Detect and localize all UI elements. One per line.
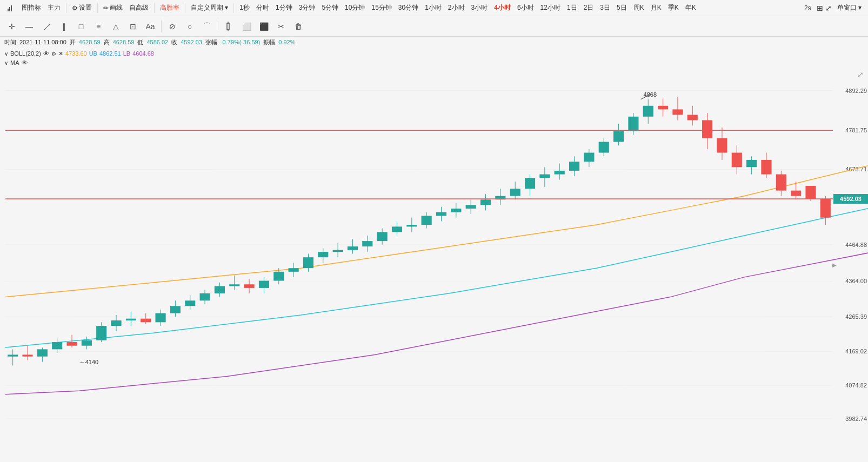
line-tool[interactable]: — [22, 19, 37, 34]
ma-info-bar: ∨ MA 👁 [0, 59, 868, 67]
drawing-toolbar: ✛ — — ∥ □ ≡ △ ⊡ Aa ⊘ ○ ⌒ ⬜ ⬛ ✂ 🗑 [0, 16, 868, 37]
period-fen[interactable]: 分时 [253, 2, 272, 14]
crosshair-tool[interactable]: ✛ [4, 19, 19, 34]
period-1h[interactable]: 1小时 [422, 2, 445, 14]
boll-ub-label: UB [89, 50, 97, 57]
expand-chart-btn[interactable]: ⤢ [855, 69, 866, 80]
period-qk[interactable]: 季K [665, 2, 682, 14]
erase-tool[interactable]: ⊘ [165, 19, 180, 34]
main-toolbar: 图指标 主力 ⚙ 设置 ✏ 画线 自高级 高胜率 自定义周期 ▾ 1秒 分时 1… [0, 0, 868, 16]
sep3 [154, 3, 155, 13]
boll-mid-value: 4733.60 [65, 50, 87, 57]
time-value: 2021-11-11 08:00 [19, 39, 66, 45]
rectangle-tool[interactable]: □ [74, 19, 89, 34]
close-icon-boll[interactable]: ✕ [58, 50, 63, 57]
low-value: 4586.02 [146, 39, 168, 45]
period-4h[interactable]: 4小时 [491, 2, 514, 14]
ma-collapse-icon[interactable]: ∨ [4, 60, 8, 66]
gear-icon: ⚙ [72, 4, 78, 12]
scissors-tool[interactable]: ✂ [273, 19, 289, 34]
circle-tool[interactable]: ○ [182, 19, 197, 34]
expand-icon[interactable]: ⤢ [825, 4, 832, 12]
grid-icon[interactable]: ⊞ [817, 4, 823, 12]
time-label: 时间 [4, 38, 16, 46]
period-yk[interactable]: 年K [682, 2, 699, 14]
boll-label: BOLL(20,2) [10, 50, 41, 57]
indicator-btn[interactable] [3, 1, 18, 16]
chart-info-bar: 时间 2021-11-11 08:00 开 4628.59 高 4628.59 … [0, 37, 868, 48]
period-3h[interactable]: 3小时 [468, 2, 491, 14]
settings-btn[interactable]: ⚙ 设置 [69, 2, 95, 14]
boll-ub-value: 4862.51 [99, 50, 121, 57]
period-6h[interactable]: 6小时 [514, 2, 537, 14]
period-2h[interactable]: 2小时 [445, 2, 468, 14]
advanced-btn[interactable]: 自高级 [126, 2, 152, 14]
period-1m[interactable]: 1分钟 [272, 2, 296, 14]
empty-rect-tool[interactable]: ⬜ [239, 19, 254, 34]
period-3d[interactable]: 3日 [597, 2, 613, 14]
period-2d[interactable]: 2日 [580, 2, 597, 14]
trash-tool[interactable]: 🗑 [291, 19, 306, 34]
change-value: -0.79%(-36.59) [221, 39, 260, 45]
period-wk[interactable]: 周K [630, 2, 647, 14]
boll-info-bar: ∨ BOLL(20,2) 👁 ⚙ ✕ 4733.60 UB 4862.51 LB… [0, 48, 868, 59]
period-3m[interactable]: 3分钟 [296, 2, 319, 14]
open-label: 开 [70, 38, 76, 46]
chart-container: 时间 2021-11-11 08:00 开 4628.59 高 4628.59 … [0, 37, 868, 462]
custom-period-btn[interactable]: 自定义周期 ▾ [188, 2, 231, 14]
main-label[interactable]: 主力 [44, 2, 64, 14]
diagonal-tool[interactable]: — [36, 16, 57, 37]
box-tool[interactable]: ⊡ [125, 19, 141, 34]
window-mode-btn[interactable]: 单窗口 ▾ [834, 2, 865, 14]
boll-lb-value: 4604.68 [132, 50, 154, 57]
sep2 [97, 3, 98, 13]
price-axis [837, 67, 868, 462]
draw-btn[interactable]: ✏ 画线 [100, 2, 126, 14]
period-5m[interactable]: 5分钟 [318, 2, 342, 14]
triangle-tool[interactable]: △ [108, 19, 123, 34]
period-mk[interactable]: 月K [647, 2, 665, 14]
svg-rect-3 [227, 23, 229, 30]
sep5 [233, 3, 234, 13]
boll-collapse-icon[interactable]: ∨ [4, 51, 8, 57]
period-15m[interactable]: 15分钟 [368, 2, 395, 14]
high-label: 高 [104, 38, 110, 46]
indicator-label[interactable]: 图指标 [18, 2, 44, 14]
period-5d[interactable]: 5日 [613, 2, 630, 14]
parallel-lines-tool[interactable]: ∥ [56, 19, 71, 34]
multiline-tool[interactable]: ≡ [91, 19, 106, 34]
close-label: 收 [171, 38, 177, 46]
scroll-right-btn[interactable]: ▶ [832, 262, 837, 267]
eye-icon[interactable]: 👁 [43, 50, 49, 57]
period-10m[interactable]: 10分钟 [342, 2, 368, 14]
winrate-btn[interactable]: 高胜率 [157, 2, 183, 14]
svg-rect-0 [8, 9, 9, 11]
period-12h[interactable]: 12小时 [537, 2, 564, 14]
draw-sep2 [218, 21, 218, 32]
settings-icon-boll[interactable]: ⚙ [51, 51, 56, 57]
svg-rect-2 [11, 5, 12, 11]
ma-label: MA [10, 59, 19, 66]
low-label: 低 [137, 38, 143, 46]
chart-canvas[interactable] [0, 67, 868, 462]
pencil-icon: ✏ [103, 4, 109, 12]
close-value: 4592.03 [181, 39, 202, 45]
amplitude-value: 0.92% [278, 39, 295, 45]
copy-tool[interactable]: ⬛ [256, 19, 271, 34]
period-30m[interactable]: 30分钟 [395, 2, 422, 14]
period-1d[interactable]: 1日 [564, 2, 580, 14]
speed-btn[interactable]: 2s [801, 3, 814, 13]
arc-tool[interactable]: ⌒ [199, 19, 215, 34]
high-value: 4628.59 [113, 39, 135, 45]
text-tool[interactable]: Aa [143, 19, 158, 34]
change-label: 张幅 [205, 38, 217, 46]
eye-icon-ma[interactable]: 👁 [22, 59, 28, 66]
draw-sep1 [161, 21, 162, 32]
open-value: 4628.59 [79, 39, 101, 45]
boll-lb-label: LB [123, 50, 130, 57]
candle-tool[interactable] [222, 19, 237, 34]
sep4 [185, 3, 185, 13]
svg-rect-1 [9, 7, 10, 11]
chart-main[interactable]: ⤢ ▶ [0, 67, 868, 462]
period-1s[interactable]: 1秒 [236, 2, 253, 14]
